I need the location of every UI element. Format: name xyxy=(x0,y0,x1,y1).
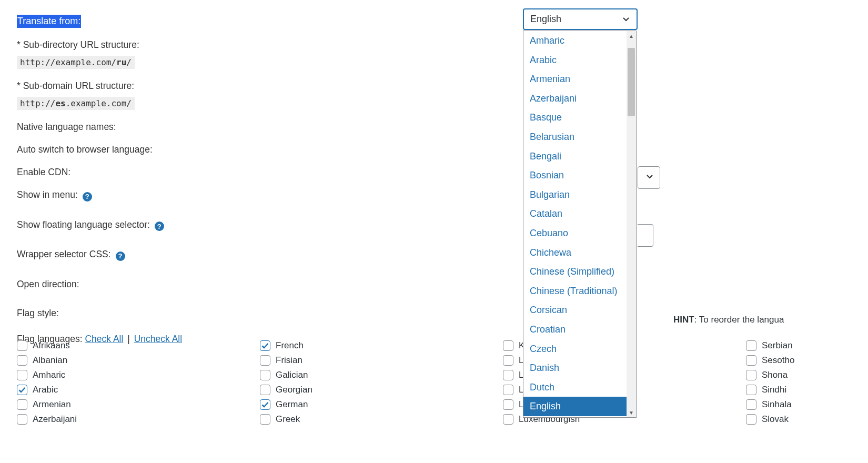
subdom-label: * Sub-domain URL structure: xyxy=(17,80,851,92)
dropdown-option[interactable]: Amharic xyxy=(523,31,628,51)
language-label: Frisian xyxy=(276,355,302,366)
language-checkbox[interactable] xyxy=(17,385,27,395)
chevron-down-icon xyxy=(622,15,630,26)
language-checkbox[interactable] xyxy=(260,355,270,366)
dropdown-option[interactable]: Chinese (Traditional) xyxy=(523,281,628,301)
language-checkbox[interactable] xyxy=(503,399,513,410)
dropdown-option[interactable]: Bengali xyxy=(523,147,628,166)
language-checkbox[interactable] xyxy=(17,355,27,366)
dropdown-option[interactable]: Dutch xyxy=(523,378,628,397)
language-dropdown: AmharicArabicArmenianAzerbaijaniBasqueBe… xyxy=(523,31,637,418)
language-checkbox[interactable] xyxy=(260,414,270,425)
native-names-label: Native language names: xyxy=(17,122,851,133)
language-checkbox[interactable] xyxy=(17,414,27,425)
help-icon[interactable]: ? xyxy=(155,222,164,231)
language-checkbox-row: Slovak xyxy=(746,412,794,427)
language-checkbox[interactable] xyxy=(17,340,27,351)
language-label: Sinhala xyxy=(762,399,792,410)
language-checkbox-row: Sinhala xyxy=(746,397,794,412)
language-label: French xyxy=(276,340,304,351)
language-checkbox[interactable] xyxy=(503,414,513,425)
partial-input[interactable] xyxy=(638,224,653,247)
scroll-thumb[interactable] xyxy=(628,48,635,116)
secondary-select[interactable] xyxy=(638,166,660,189)
translate-from-select[interactable]: English xyxy=(523,8,638,30)
reorder-hint: HINT: To reorder the langua xyxy=(673,315,784,325)
language-checkbox-row: German xyxy=(260,397,312,412)
language-checkbox[interactable] xyxy=(746,355,756,366)
dropdown-option[interactable]: Armenian xyxy=(523,69,628,89)
language-checkbox[interactable] xyxy=(746,399,756,410)
language-checkbox-row: Azerbaijani xyxy=(17,412,77,427)
language-checkbox[interactable] xyxy=(746,370,756,380)
dropdown-option[interactable]: Croatian xyxy=(523,320,628,339)
language-checkbox-row: Greek xyxy=(260,412,312,427)
dropdown-option[interactable]: Arabic xyxy=(523,51,628,70)
language-checkbox[interactable] xyxy=(260,370,270,380)
dropdown-option[interactable]: Chichewa xyxy=(523,243,628,263)
subdom-url-code: http://es.example.com/ xyxy=(17,97,135,110)
enable-cdn-label: Enable CDN: xyxy=(17,167,851,178)
show-floating-label: Show floating language selector: xyxy=(17,219,150,230)
scrollbar[interactable]: ▲ ▼ xyxy=(627,31,636,417)
language-checkbox[interactable] xyxy=(746,414,756,425)
dropdown-option[interactable]: Danish xyxy=(523,358,628,378)
language-label: Azerbaijani xyxy=(33,414,77,425)
language-checkbox[interactable] xyxy=(260,340,270,351)
language-checkbox[interactable] xyxy=(503,385,513,395)
language-checkbox-row: Albanian xyxy=(17,353,77,368)
help-icon[interactable]: ? xyxy=(116,251,125,261)
separator: | xyxy=(126,334,132,344)
language-checkbox[interactable] xyxy=(503,370,513,380)
language-checkbox[interactable] xyxy=(260,385,270,395)
help-icon[interactable]: ? xyxy=(83,192,92,202)
language-label: Arabic xyxy=(33,385,58,395)
language-label: Serbian xyxy=(762,340,793,351)
language-checkbox-row: Amharic xyxy=(17,368,77,383)
dropdown-option[interactable]: Catalan xyxy=(523,204,628,224)
show-in-menu-label: Show in menu: xyxy=(17,189,78,200)
language-checkbox[interactable] xyxy=(17,370,27,380)
language-checkbox[interactable] xyxy=(503,355,513,366)
language-checkbox[interactable] xyxy=(260,399,270,410)
select-value: English xyxy=(530,14,561,25)
language-checkbox-row: Shona xyxy=(746,368,794,383)
language-checkbox-row: Armenian xyxy=(17,397,77,412)
subdir-url-code: http://example.com/ru/ xyxy=(17,56,135,69)
dropdown-option[interactable]: Czech xyxy=(523,339,628,359)
dropdown-option[interactable]: Corsican xyxy=(523,300,628,320)
dropdown-option[interactable]: English xyxy=(523,397,628,416)
language-label: Greek xyxy=(276,414,300,425)
uncheck-all-link[interactable]: Uncheck All xyxy=(134,334,182,344)
language-label: Georgian xyxy=(276,385,312,395)
language-label: Shona xyxy=(762,370,788,380)
language-label: Slovak xyxy=(762,414,789,425)
language-label: German xyxy=(276,399,308,410)
language-checkbox-row: Serbian xyxy=(746,338,794,353)
language-checkbox[interactable] xyxy=(503,340,513,351)
language-checkbox[interactable] xyxy=(746,340,756,351)
language-label: Albanian xyxy=(33,355,67,366)
dropdown-option[interactable]: Azerbaijani xyxy=(523,89,628,108)
language-checkbox-row: French xyxy=(260,338,312,353)
dropdown-option[interactable]: Bulgarian xyxy=(523,185,628,205)
language-checkbox-row: Frisian xyxy=(260,353,312,368)
language-label: Galician xyxy=(276,370,308,380)
language-checkbox-row: Sindhi xyxy=(746,383,794,397)
language-checkbox-row: Arabic xyxy=(17,383,77,397)
dropdown-option[interactable]: Cebuano xyxy=(523,224,628,243)
dropdown-option[interactable]: Chinese (Simplified) xyxy=(523,262,628,281)
dropdown-option[interactable]: Bosnian xyxy=(523,166,628,185)
subdir-label: * Sub-directory URL structure: xyxy=(17,39,851,51)
language-checkbox[interactable] xyxy=(17,399,27,410)
check-all-link[interactable]: Check All xyxy=(85,334,123,344)
language-checkbox-row: Georgian xyxy=(260,383,312,397)
dropdown-option[interactable]: Basque xyxy=(523,108,628,127)
scroll-down-icon[interactable]: ▼ xyxy=(627,408,636,417)
scroll-up-icon[interactable]: ▲ xyxy=(627,31,636,41)
language-checkbox[interactable] xyxy=(746,385,756,395)
open-direction-label: Open direction: xyxy=(17,279,851,290)
dropdown-option[interactable]: Belarusian xyxy=(523,127,628,147)
wrapper-css-label: Wrapper selector CSS: xyxy=(17,249,111,259)
auto-switch-label: Auto switch to browser language: xyxy=(17,144,851,155)
